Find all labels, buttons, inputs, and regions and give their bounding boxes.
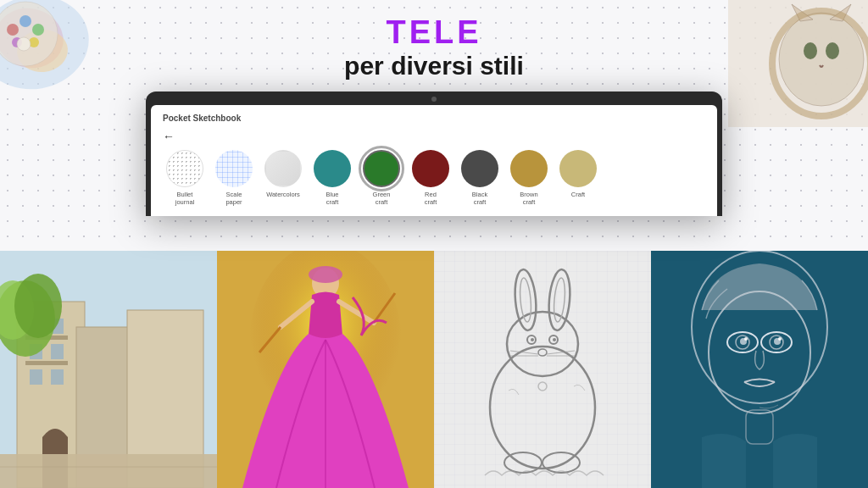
canvas-option-bullet[interactable]: Bulletjournal: [163, 150, 207, 206]
canvas-option-scale[interactable]: Scalepaper: [212, 150, 256, 206]
svg-point-52: [531, 338, 534, 341]
canvas-circle-blue: [314, 150, 351, 187]
svg-rect-26: [51, 369, 64, 385]
svg-rect-24: [51, 344, 64, 359]
artwork-row: [0, 251, 868, 488]
canvas-circle-brown: [510, 150, 548, 187]
canvas-circle-black: [461, 150, 498, 187]
canvas-circle-watercolor: [264, 150, 302, 187]
canvas-label-red: Redcraft: [425, 191, 437, 206]
canvas-label-brown: Browncraft: [520, 191, 537, 206]
canvas-circle-red: [412, 150, 449, 187]
svg-point-71: [744, 337, 748, 341]
svg-rect-32: [0, 454, 217, 488]
artwork-panel-fashion: [217, 251, 434, 488]
canvas-label-bullet: Bulletjournal: [175, 191, 195, 206]
header-title-tele: TELE: [0, 15, 868, 51]
canvas-label-blue: Bluecraft: [326, 191, 338, 206]
canvas-label-scale: Scalepaper: [225, 191, 242, 206]
svg-rect-28: [25, 361, 68, 365]
artwork-panel-rabbit: [434, 251, 651, 488]
svg-point-37: [309, 266, 342, 283]
svg-point-72: [778, 337, 782, 341]
svg-rect-25: [30, 369, 42, 385]
svg-point-31: [14, 274, 62, 338]
canvas-option-green[interactable]: Greencraft: [359, 150, 403, 206]
canvas-label-black: Blackcraft: [472, 191, 487, 206]
canvas-options-row: Bulletjournal Scalepaper Watercolors Blu…: [163, 150, 705, 206]
artwork-panel-portrait: [651, 251, 868, 488]
header-title-sub: per diversi stili: [0, 51, 868, 81]
canvas-circle-green: [363, 150, 400, 187]
canvas-option-brown[interactable]: Browncraft: [507, 150, 551, 206]
canvas-circle-craft: [559, 150, 597, 187]
canvas-label-green: Greencraft: [373, 191, 391, 206]
header: TELE per diversi stili: [0, 0, 868, 81]
back-button[interactable]: ←: [163, 130, 705, 143]
device-camera: [431, 97, 437, 102]
svg-rect-43: [434, 251, 651, 488]
artwork-panel-street: [0, 251, 217, 488]
canvas-circle-scale: [215, 150, 253, 187]
device-frame: Pocket Sketchbook ← Bulletjournal Scalep…: [146, 92, 722, 216]
canvas-option-watercolor[interactable]: Watercolors: [261, 150, 305, 198]
canvas-option-blue[interactable]: Bluecraft: [310, 150, 354, 206]
canvas-option-craft[interactable]: Craft: [556, 150, 600, 198]
canvas-label-watercolor: Watercolors: [266, 191, 300, 198]
app-title: Pocket Sketchbook: [163, 114, 705, 123]
canvas-option-red[interactable]: Redcraft: [409, 150, 453, 206]
device-screen: Pocket Sketchbook ← Bulletjournal Scalep…: [151, 105, 717, 216]
canvas-label-craft: Craft: [571, 191, 585, 198]
canvas-option-black[interactable]: Blackcraft: [458, 150, 502, 206]
canvas-circle-bullet: [166, 150, 203, 187]
svg-point-53: [553, 338, 556, 341]
